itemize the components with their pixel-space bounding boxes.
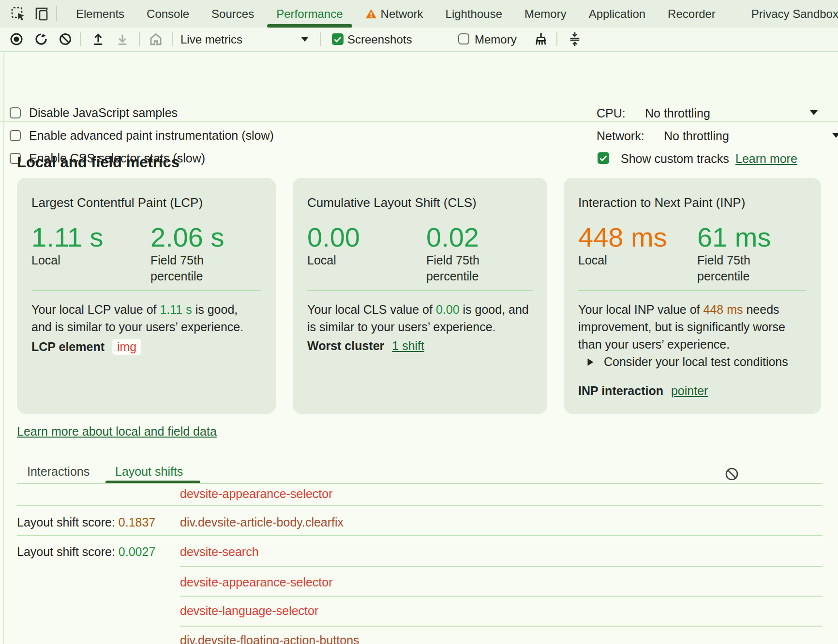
local-label: Local [31, 252, 60, 268]
field-label: Field 75th percentile [426, 252, 509, 284]
tab-label: Lighthouse [446, 7, 502, 21]
toolbar-separator [320, 32, 321, 46]
local-test-conditions-disclosure[interactable]: Consider your local test conditions [587, 355, 788, 369]
desc-value: 0.00 [436, 303, 460, 316]
row-separator [17, 483, 823, 484]
score-value: 0.1837 [119, 515, 155, 529]
card-divider [307, 290, 533, 291]
lcp-element-chip[interactable]: img [112, 339, 141, 355]
inp-local-value: 448 ms [578, 221, 667, 253]
panel-left-border [3, 53, 4, 644]
performance-toolbar: Live metrics Screenshots Memory [0, 28, 838, 52]
layout-shift-element-link[interactable]: devsite-language-selector [180, 604, 318, 618]
upload-icon[interactable] [91, 32, 105, 46]
layout-shift-element-link[interactable]: div.devsite-article-body.clearfix [180, 515, 344, 529]
collapse-icon[interactable] [567, 31, 583, 47]
mode-select-caret-icon[interactable] [301, 37, 309, 42]
tab-label: Performance [276, 7, 343, 21]
worst-cluster-link[interactable]: 1 shift [392, 339, 424, 353]
score-label: Layout shift score: [17, 545, 119, 558]
clear-icon[interactable] [59, 32, 72, 46]
record-icon[interactable] [9, 32, 24, 46]
inp-interaction-row: INP interaction pointer [578, 384, 708, 398]
layout-shift-element-link[interactable]: devsite-appearance-selector [180, 575, 332, 589]
card-title: Cumulative Layout Shift (CLS) [307, 195, 477, 210]
lcp-field-value: 2.06 s [150, 221, 224, 253]
field-label: Field 75th percentile [150, 252, 233, 284]
inp-field-value: 61 ms [697, 221, 771, 253]
network-throttling-select[interactable]: No throttling [664, 129, 729, 143]
memory-checkbox[interactable] [458, 33, 469, 44]
disable-js-samples-checkbox[interactable] [10, 107, 21, 118]
lcp-description: Your local LCP value of 1.11 s is good, … [31, 301, 255, 336]
score-label: Layout shift score: [17, 515, 119, 529]
layout-shift-element-link[interactable]: devsite-appearance-selector [180, 487, 332, 501]
custom-tracks-learn-more-link[interactable]: Learn more [735, 152, 797, 166]
cls-field-value: 0.02 [426, 221, 479, 253]
disable-js-samples-option: Disable JavaScript samples [10, 106, 178, 120]
desc-text: Your local INP value of [578, 303, 703, 316]
tab-label: Network [381, 7, 423, 21]
download-icon[interactable] [115, 32, 130, 46]
advanced-paint-checkbox[interactable] [10, 130, 21, 141]
tab-label: Sources [211, 7, 254, 21]
layout-shift-element-link[interactable]: devsite-search [180, 545, 259, 559]
block-icon[interactable] [725, 467, 739, 481]
tab-memory[interactable]: Memory [513, 0, 578, 28]
field-data-learn-more-link[interactable]: Learn more about local and field data [17, 424, 217, 439]
devtools-performance-panel: Elements Console Sources Performance Net… [0, 0, 838, 644]
tab-performance[interactable]: Performance [265, 0, 354, 28]
field-label: Field 75th percentile [697, 252, 779, 284]
reload-icon[interactable] [34, 32, 48, 46]
lcp-local-value: 1.11 s [31, 221, 103, 253]
cls-local-value: 0.00 [307, 221, 360, 253]
toolbar-separator [172, 32, 173, 46]
gc-broom-icon[interactable] [532, 31, 548, 47]
tab-application[interactable]: Application [578, 0, 657, 28]
device-toolbar-icon[interactable] [34, 7, 50, 21]
option-label: Enable advanced paint instrumentation (s… [29, 129, 274, 143]
layout-shift-score: Layout shift score: 0.0027 [17, 545, 155, 559]
card-divider [31, 290, 261, 291]
tab-label: Application [589, 7, 645, 21]
tab-network[interactable]: Network [354, 0, 434, 28]
custom-tracks-label: Show custom tracks [621, 152, 729, 166]
custom-tracks-checkbox[interactable] [598, 152, 609, 164]
cpu-throttling-select[interactable]: No throttling [645, 106, 710, 120]
cpu-select-caret-icon[interactable] [810, 110, 818, 115]
cpu-label: CPU: [597, 106, 626, 120]
score-value: 0.0027 [119, 545, 155, 558]
tabbar-separator [56, 6, 57, 21]
row-separator [180, 566, 823, 567]
tab-interactions[interactable]: Interactions [27, 465, 90, 479]
panel-tabs: Elements Console Sources Performance Net… [65, 0, 838, 28]
row-separator [17, 535, 823, 536]
home-icon[interactable] [148, 31, 164, 47]
inp-interaction-label: INP interaction [578, 384, 663, 398]
inp-card: Interaction to Next Paint (INP) 448 ms 6… [564, 178, 821, 414]
mode-select[interactable]: Live metrics [180, 33, 242, 46]
toolbar-separator [556, 32, 557, 46]
worst-cluster-row: Worst cluster 1 shift [307, 339, 424, 353]
layout-shift-element-link[interactable]: div.devsite-floating-action-buttons [180, 633, 359, 644]
devtools-tabbar: Elements Console Sources Performance Net… [0, 0, 838, 28]
desc-value: 1.11 s [160, 303, 192, 316]
inp-description: Your local INP value of 448 ms needs imp… [578, 301, 802, 353]
tab-layout-shifts[interactable]: Layout shifts [115, 465, 183, 479]
inp-interaction-link[interactable]: pointer [671, 384, 708, 398]
screenshots-checkbox[interactable] [332, 33, 344, 45]
option-label: Disable JavaScript samples [29, 106, 178, 120]
memory-label: Memory [475, 33, 517, 46]
network-select-caret-icon[interactable] [832, 133, 838, 138]
lcp-card: Largest Contentful Paint (LCP) 1.11 s 2.… [17, 178, 276, 414]
tab-elements[interactable]: Elements [65, 0, 135, 28]
disclosure-triangle-icon [587, 358, 594, 366]
tab-label: Elements [76, 7, 124, 21]
inspect-icon[interactable] [11, 6, 26, 22]
card-divider [578, 290, 807, 291]
tab-console[interactable]: Console [135, 0, 200, 28]
tab-lighthouse[interactable]: Lighthouse [434, 0, 513, 28]
tab-sources[interactable]: Sources [200, 0, 265, 28]
tab-recorder[interactable]: Recorder [657, 0, 727, 28]
tab-privacy-sandbox[interactable]: Privacy Sandbox [740, 0, 838, 28]
